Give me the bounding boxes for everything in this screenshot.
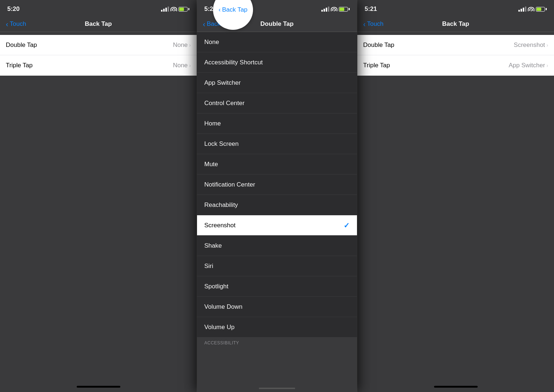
middle-row-label-6: Mute [204,161,218,168]
right-triple-tap-value-text: App Switcher [509,62,545,69]
middle-row-label-2: App Switcher [204,79,241,87]
middle-row-label-5: Lock Screen [204,140,239,148]
right-status-bar: 5:21 [357,0,554,16]
right-back-button[interactable]: ‹ Touch [363,20,384,28]
middle-battery-icon [339,7,350,12]
left-double-tap-value-text: None [173,41,188,49]
right-triple-tap-label: Triple Tap [363,62,390,69]
middle-row-label-14: Volume Up [204,324,234,331]
signal-icon [161,7,169,12]
middle-row-notification-center[interactable]: Notification Center [197,175,357,195]
middle-row-label-13: Volume Down [204,303,242,311]
left-home-bar [0,383,197,392]
left-nav-title: Back Tap [85,20,112,28]
left-home-bar-line [77,386,120,388]
right-signal-icon [518,7,526,12]
middle-scroll-line [259,388,295,389]
middle-row-label-0: None [204,39,219,46]
right-double-tap-label: Double Tap [363,41,394,49]
left-back-label: Touch [10,20,26,28]
left-double-tap-chevron-icon: › [189,42,191,48]
left-nav-bar: ‹ Touch Back Tap [0,16,197,32]
right-status-icons [518,7,547,12]
accessibility-section-label: ACCESSIBILITY [197,337,357,347]
middle-scroll-indicator [197,386,357,392]
middle-wifi-icon [331,7,337,11]
right-nav-title: Back Tap [442,20,469,28]
left-list: Double Tap None › Triple Tap None › [0,32,197,383]
middle-row-control-center[interactable]: Control Center [197,93,357,113]
left-triple-tap-label: Triple Tap [6,62,33,69]
middle-row-label-7: Notification Center [204,181,255,188]
middle-row-label-11: Siri [204,263,213,270]
right-home-bar-line [434,386,478,388]
middle-row-siri[interactable]: Siri [197,256,357,276]
middle-row-spotlight[interactable]: Spotlight [197,276,357,297]
left-back-chevron-icon: ‹ [6,20,8,28]
left-triple-tap-value: None › [173,62,191,69]
middle-row-label-8: Reachability [204,201,238,209]
right-triple-tap-chevron-icon: › [546,63,548,68]
middle-row-label-12: Spotlight [204,283,228,290]
middle-row-label-10: Shake [204,242,222,249]
checkmark-icon: ✓ [344,221,350,230]
middle-row-accessibility-shortcut[interactable]: Accessibility Shortcut [197,52,357,73]
right-panel: 5:21 ‹ Touch Back Tap [357,0,554,392]
left-list-section: Double Tap None › Triple Tap None › [0,35,197,76]
right-double-tap-value-text: Screenshot [514,41,545,49]
right-wifi-icon [528,7,534,11]
middle-row-label-9: Screenshot [204,222,236,229]
left-triple-tap-row[interactable]: Triple Tap None › [0,55,197,76]
middle-row-screenshot[interactable]: Screenshot✓ [197,215,357,236]
left-panel: 5:20 ‹ Touch Back Tap [0,0,197,392]
middle-row-label-3: Control Center [204,100,245,107]
right-list-section: Double Tap Screenshot › Triple Tap App S… [357,35,554,76]
middle-list: NoneAccessibility ShortcutApp SwitcherCo… [197,32,357,386]
middle-panel: ‹ Back Tap 5:21 ‹ [197,0,357,392]
right-status-time: 5:21 [365,5,377,13]
right-list: Double Tap Screenshot › Triple Tap App S… [357,32,554,383]
right-battery-icon [536,7,547,12]
right-double-tap-chevron-icon: › [546,42,548,48]
middle-signal-icon [321,7,329,12]
middle-nav-title: Double Tap [260,20,293,28]
middle-row-app-switcher[interactable]: App Switcher [197,73,357,93]
right-triple-tap-value: App Switcher › [509,62,548,69]
circle-back-button[interactable]: ‹ Back Tap [218,6,247,13]
middle-row-mute[interactable]: Mute [197,154,357,175]
middle-row-lock-screen[interactable]: Lock Screen [197,134,357,154]
left-double-tap-row[interactable]: Double Tap None › [0,35,197,55]
right-triple-tap-row[interactable]: Triple Tap App Switcher › [357,55,554,76]
right-double-tap-value: Screenshot › [514,41,548,49]
middle-row-volume-down[interactable]: Volume Down [197,297,357,317]
right-home-bar [357,383,554,392]
wifi-icon [171,7,177,11]
right-back-label: Touch [367,20,384,28]
left-double-tap-value: None › [173,41,191,49]
middle-row-home[interactable]: Home [197,113,357,134]
middle-back-chevron-icon: ‹ [203,20,205,28]
left-double-tap-label: Double Tap [6,41,37,49]
circle-back-chevron-icon: ‹ [218,6,221,13]
left-status-icons [161,7,189,12]
middle-row-label-4: Home [204,120,221,127]
battery-icon [178,7,189,12]
left-back-button[interactable]: ‹ Touch [6,20,26,28]
middle-row-shake[interactable]: Shake [197,236,357,256]
right-nav-bar: ‹ Touch Back Tap [357,16,554,32]
middle-row-label-1: Accessibility Shortcut [204,59,263,66]
right-back-chevron-icon: ‹ [363,20,366,28]
left-triple-tap-value-text: None [173,62,188,69]
right-double-tap-row[interactable]: Double Tap Screenshot › [357,35,554,55]
middle-status-icons [321,7,350,12]
left-triple-tap-chevron-icon: › [189,63,191,68]
middle-row-volume-up[interactable]: Volume Up [197,317,357,337]
left-status-bar: 5:20 [0,0,197,16]
left-status-time: 5:20 [7,5,20,13]
circle-back-label: Back Tap [222,6,248,13]
middle-row-reachability[interactable]: Reachability [197,195,357,215]
middle-row-none[interactable]: None [197,32,357,52]
